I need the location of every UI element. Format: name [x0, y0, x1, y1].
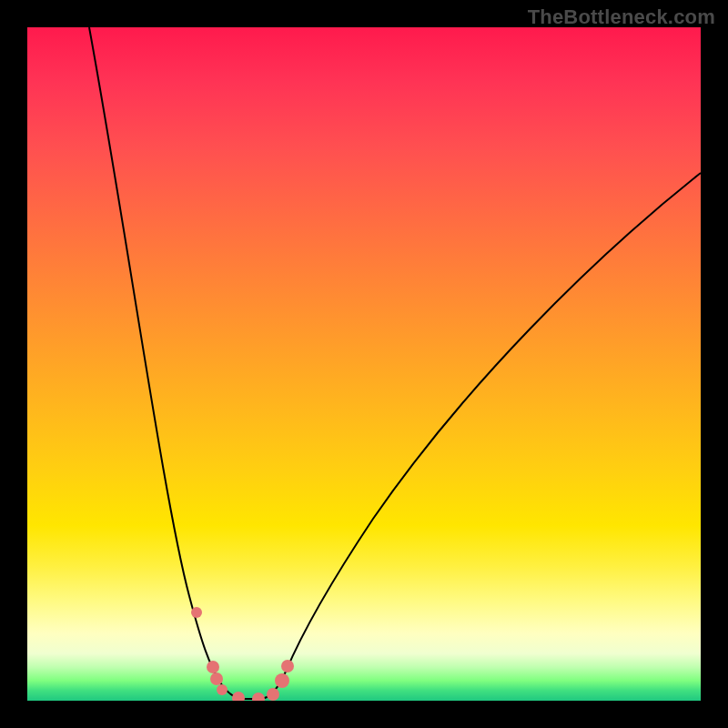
data-marker [191, 607, 202, 618]
data-marker [252, 693, 265, 701]
data-marker [210, 672, 223, 685]
right-curve [262, 173, 701, 699]
data-marker [232, 692, 245, 701]
curve-layer [27, 27, 701, 701]
data-marker [267, 688, 279, 701]
data-marker [275, 673, 289, 688]
curves-group [89, 27, 701, 699]
data-marker [217, 684, 228, 695]
data-marker [207, 661, 219, 673]
left-curve [89, 27, 244, 699]
plot-area [27, 27, 701, 701]
chart-container: TheBottleneck.com [0, 0, 728, 728]
watermark-text: TheBottleneck.com [528, 5, 715, 29]
data-marker [281, 660, 294, 672]
